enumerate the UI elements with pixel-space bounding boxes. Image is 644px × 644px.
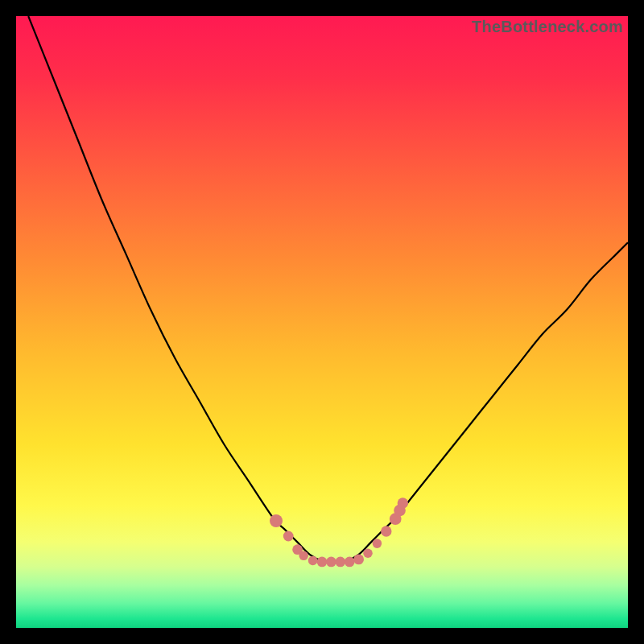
highlight-dots: [270, 497, 408, 567]
chart-frame: TheBottleneck.com: [16, 16, 628, 628]
highlight-dot: [326, 557, 336, 568]
highlight-dot: [353, 554, 364, 564]
highlight-dot: [317, 557, 328, 568]
highlight-dot: [398, 497, 408, 508]
highlight-dot: [373, 539, 382, 548]
highlight-dot: [283, 531, 294, 542]
highlight-dot: [270, 514, 283, 527]
watermark-text: TheBottleneck.com: [472, 18, 623, 36]
highlight-dot: [345, 557, 355, 568]
highlight-dot: [381, 526, 391, 536]
highlight-dot: [308, 556, 318, 566]
highlight-dot: [299, 551, 308, 561]
chart-plot: [16, 16, 628, 628]
highlight-dot: [363, 549, 373, 559]
bottleneck-curve: [28, 16, 628, 561]
highlight-dot: [335, 557, 345, 568]
